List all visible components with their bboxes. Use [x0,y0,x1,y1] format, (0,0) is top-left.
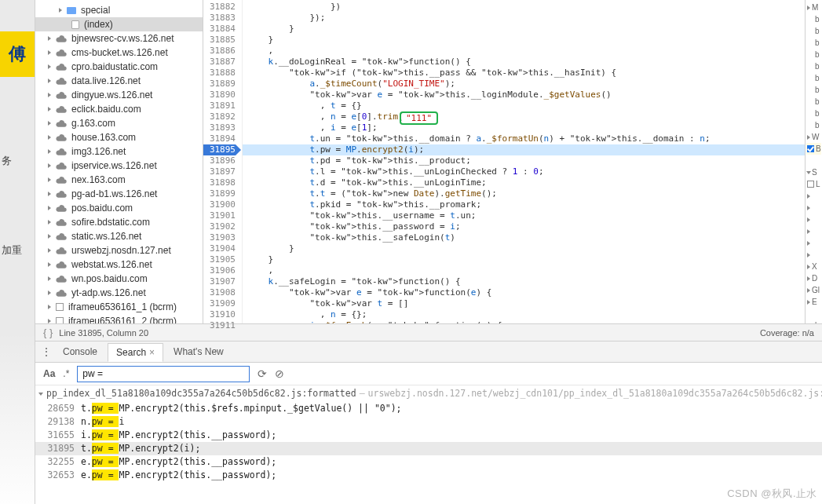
domain-item[interactable]: yt-adp.ws.126.net [35,286,203,300]
code-line[interactable]: "tok-kw">this.__username = t.un; [243,210,805,221]
line-number[interactable]: 31891 [203,100,236,111]
code-line[interactable]: t.pd = "tok-kw">this.__product; [243,155,805,166]
checkbox[interactable] [807,181,814,188]
line-number[interactable]: 31884 [203,24,236,35]
code-line[interactable]: i._$forEach(e, "tok-kw">function(e) { [243,320,805,323]
sidebar-section[interactable]: B [806,143,821,155]
sidebar-section[interactable]: b [806,84,821,96]
line-number[interactable]: 31883 [203,13,236,24]
line-number[interactable]: 31894 [203,133,236,144]
line-number[interactable]: 31907 [203,276,236,287]
domain-item[interactable]: cms-bucket.ws.126.net [35,46,203,60]
line-number[interactable]: 31911 [203,320,236,331]
sidebar-section[interactable] [806,190,821,202]
line-number[interactable]: 31910 [203,309,236,320]
domain-item[interactable]: ipservice.ws.126.net [35,159,203,173]
domain-item[interactable]: img3.126.net [35,144,203,159]
sidebar-section[interactable]: D [806,272,821,284]
line-number[interactable]: 31888 [203,68,236,79]
line-number[interactable]: 31885 [203,35,236,46]
code-line[interactable]: "tok-kw">var e = "tok-kw">this.__loginMo… [243,89,805,100]
sidebar-section[interactable] [806,225,821,237]
debugger-sidebar-collapsed[interactable]: MbbbbbbbbbbWBSLXDGlEk [805,0,822,323]
code-line[interactable]: } [243,243,805,254]
domain-item[interactable]: eclick.baidu.com [35,102,203,116]
code-line[interactable]: t.d = "tok-kw">this.__unLoginTime; [243,177,805,188]
domain-item[interactable]: webstat.ws.126.net [35,257,203,272]
sidebar-section[interactable] [806,249,821,261]
code-line[interactable]: a._$timeCount("LOGIN_TIME"); [243,79,805,89]
code-line[interactable]: t.un = "tok-kw">this.__domain ? a._$form… [243,133,805,144]
domain-item[interactable]: house.163.com [35,130,203,144]
line-number[interactable]: 31897 [203,166,236,177]
domain-item[interactable]: data.live.126.net [35,74,203,88]
code-line[interactable]: , n = {}; [243,309,805,320]
search-input[interactable] [77,366,250,382]
file-index[interactable]: (index) [35,17,203,31]
search-result-line[interactable]: 32653e.pw = MP.encrypt2(this.__password)… [35,469,822,482]
code-line[interactable]: t.l = "tok-kw">this.__unLoginChecked ? 1… [243,166,805,177]
code-line[interactable]: } [243,35,805,46]
folder-special[interactable]: special [35,3,203,17]
domain-item[interactable]: bjnewsrec-cv.ws.126.net [35,31,203,46]
code-line[interactable]: , i = e[1]; [243,122,805,133]
line-number[interactable]: 31882 [203,2,236,13]
sidebar-section[interactable] [806,237,821,249]
code-line[interactable]: , n = e[0].trim( [243,111,805,122]
domain-item[interactable]: urswebzj.nosdn.127.net [35,243,203,257]
sidebar-section[interactable]: b [806,72,821,84]
line-number[interactable]: 31909 [203,298,236,309]
sidebar-section[interactable]: b [806,25,821,37]
line-number[interactable]: 31902 [203,221,236,232]
refresh-icon[interactable]: ⟳ [258,367,267,380]
line-number[interactable]: 31908 [203,287,236,298]
result-group[interactable]: pp_index_dl_51a8180a109dc355a7a264c50b5d… [35,385,822,402]
sidebar-section[interactable]: Gl [806,284,821,296]
code-line[interactable]: } [243,24,805,35]
line-number[interactable]: 31905 [203,254,236,265]
sidebar-section[interactable]: b [806,96,821,108]
code-line[interactable]: "tok-kw">var t = [] [243,298,805,309]
code-line[interactable]: , t = {} [243,100,805,111]
line-number[interactable]: 31904 [203,243,236,254]
search-result-line[interactable]: 29138n.pw = i [35,415,822,429]
sidebar-section[interactable] [806,155,821,166]
code-area[interactable]: }) }); } } , k.__doLoginReal = "tok-kw">… [243,0,805,323]
domain-item[interactable]: dingyue.ws.126.net [35,88,203,102]
code-line[interactable]: t.t = ("tok-kw">new Date).getTime(); [243,188,805,199]
line-number[interactable]: 31901 [203,210,236,221]
line-number[interactable]: 31896 [203,155,236,166]
domain-item[interactable]: pg-ad-b1.ws.126.net [35,187,203,201]
code-line[interactable]: "tok-kw">if ("tok-kw">this.__pass && "to… [243,68,805,79]
sidebar-section[interactable] [806,308,821,320]
sidebar-section[interactable]: b [806,13,821,25]
code-line[interactable]: t.pw = MP.encrypt2(i); [243,144,805,155]
tab-whats-new[interactable]: What's New [165,342,232,361]
line-number[interactable]: 31899 [203,188,236,199]
match-case-button[interactable]: Aa [43,368,55,379]
code-line[interactable]: "tok-kw">this.__password = i; [243,221,805,232]
tab-console[interactable]: Console [54,342,106,361]
domain-item[interactable]: nex.163.com [35,173,203,187]
code-line[interactable]: "tok-kw">var e = "tok-kw">function(e) { [243,287,805,298]
line-number[interactable]: 31892 [203,111,236,122]
code-line[interactable]: , [243,265,805,276]
line-number[interactable]: 31887 [203,57,236,68]
sidebar-section[interactable]: b [806,60,821,72]
sidebar-section[interactable]: M [806,2,821,13]
line-number[interactable]: 31890 [203,89,236,100]
code-line[interactable]: k.__doLoginReal = "tok-kw">function() { [243,57,805,68]
sidebar-section[interactable]: b [806,49,821,60]
line-number[interactable]: 31893 [203,122,236,133]
sidebar-section[interactable]: S [806,166,821,178]
sidebar-section[interactable]: L [806,178,821,190]
code-line[interactable]: k.__safeLogin = "tok-kw">function() { [243,276,805,287]
search-result-line[interactable]: 28659t.pw = MP.encrypt2(this.$refs.mpinp… [35,402,822,415]
domain-item[interactable]: static.ws.126.net [35,229,203,243]
search-result-line[interactable]: 32255e.pw = MP.encrypt2(this.__password)… [35,455,822,469]
line-number[interactable]: 31900 [203,199,236,210]
drawer-menu-icon[interactable]: ⋮ [40,345,53,358]
sidebar-section[interactable]: b [806,37,821,49]
code-editor[interactable]: 3188231883318843188531886318873188831889… [203,0,805,323]
line-number[interactable]: 31903 [203,232,236,243]
